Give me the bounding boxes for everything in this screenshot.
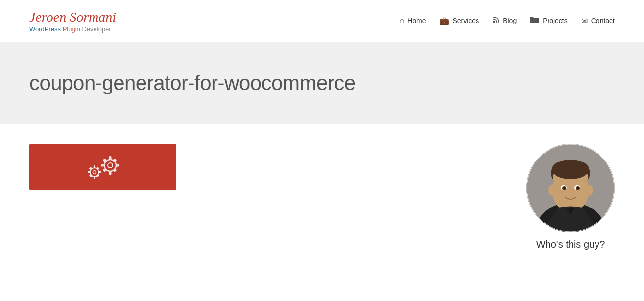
- nav-contact-label: Contact: [591, 17, 615, 24]
- who-label: Who's this guy?: [536, 239, 605, 250]
- svg-rect-9: [89, 174, 92, 177]
- tagline-wp: WordPress: [29, 25, 61, 33]
- nav-contact[interactable]: ✉ Contact: [581, 16, 615, 25]
- nav-services[interactable]: 💼 Services: [439, 16, 479, 25]
- svg-rect-4: [94, 177, 95, 179]
- gears-icon: [81, 150, 125, 184]
- svg-point-38: [577, 187, 579, 189]
- svg-point-12: [108, 163, 113, 168]
- main-content: Who's this guy?: [0, 124, 644, 270]
- svg-rect-6: [99, 171, 101, 173]
- hero-title: coupon-generator-for-woocommerce: [29, 71, 615, 95]
- tagline-rest: Developer: [80, 25, 111, 33]
- nav-blog-label: Blog: [503, 17, 517, 24]
- home-icon: ⌂: [399, 16, 404, 25]
- plugin-card: [29, 144, 176, 190]
- main-nav: ⌂ Home 💼 Services Blog Projects: [399, 16, 615, 25]
- svg-rect-8: [96, 167, 99, 170]
- svg-point-2: [93, 171, 96, 174]
- svg-rect-15: [101, 164, 104, 167]
- svg-rect-20: [113, 168, 117, 172]
- tagline-plugin: Plugin: [61, 25, 80, 33]
- svg-rect-18: [113, 158, 117, 162]
- logo-name: Jeroen Sormani: [29, 9, 116, 25]
- svg-point-0: [493, 21, 495, 23]
- nav-home[interactable]: ⌂ Home: [399, 16, 426, 25]
- site-logo: Jeroen Sormani WordPress Plugin Develope…: [29, 9, 116, 33]
- svg-point-31: [548, 185, 556, 196]
- site-header: Jeroen Sormani WordPress Plugin Develope…: [0, 0, 644, 42]
- logo-tagline: WordPress Plugin Developer: [29, 25, 116, 33]
- right-sidebar: Who's this guy?: [526, 144, 615, 250]
- svg-rect-5: [88, 171, 90, 173]
- envelope-icon: ✉: [581, 16, 588, 25]
- svg-point-37: [564, 187, 566, 189]
- hero-section: coupon-generator-for-woocommerce: [0, 42, 644, 124]
- nav-projects-label: Projects: [543, 17, 568, 24]
- svg-rect-13: [109, 156, 112, 159]
- nav-blog[interactable]: Blog: [493, 16, 517, 25]
- svg-point-32: [585, 185, 593, 196]
- nav-services-label: Services: [453, 17, 479, 24]
- svg-rect-16: [117, 164, 119, 167]
- briefcase-icon: 💼: [439, 16, 449, 25]
- nav-projects[interactable]: Projects: [530, 16, 568, 25]
- svg-rect-14: [109, 172, 112, 175]
- nav-home-label: Home: [407, 17, 426, 24]
- avatar-image: [526, 144, 615, 232]
- avatar: [526, 144, 615, 232]
- svg-rect-10: [96, 174, 99, 177]
- svg-rect-3: [94, 165, 95, 168]
- folder-icon: [530, 16, 539, 25]
- rss-icon: [493, 16, 500, 25]
